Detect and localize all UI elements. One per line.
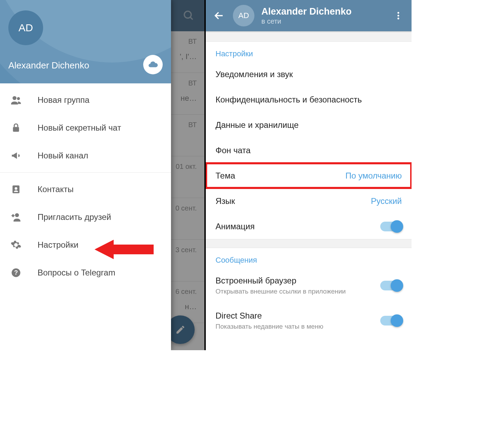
row-animation[interactable]: Анимация [206,214,412,239]
row-label: Анимация [216,222,255,231]
row-builtin-browser[interactable]: Встроенный браузер Открывать внешние ссы… [206,268,412,303]
row-chat-background[interactable]: Фон чата [206,138,412,163]
svg-point-3 [17,97,20,100]
divider [0,172,171,173]
drawer-item-label: Вопросы о Telegram [38,268,115,278]
svg-text:?: ? [14,269,18,276]
row-value: Русский [371,196,402,206]
gear-icon [9,239,23,250]
settings-header: AD Alexander Dichenko в сети [206,0,412,31]
row-value: По умолчанию [346,171,402,181]
help-icon: ? [9,268,23,278]
row-notifications[interactable]: Уведомления и звук [206,62,412,87]
invite-icon [9,211,23,223]
left-screenshot: ВТ', I'… ВТне… ВТ 01 окт. 0 сент. 3 сент… [0,0,206,350]
row-sublabel: Показывать недавние чаты в меню [216,323,323,330]
row-privacy[interactable]: Конфиденциальность и безопасность [206,87,412,112]
svg-point-2 [13,96,16,100]
drawer-item-label: Пригласить друзей [38,212,111,222]
row-sublabel: Открывать внешние ссылки в приложении [216,288,346,295]
drawer-item-label: Новый секретный чат [38,123,121,133]
side-drawer: AD Alexander Dichenko Новая группа Новый… [0,0,171,350]
header-title: Alexander Dichenko [261,6,384,17]
drawer-item-contacts[interactable]: Контакты [0,175,171,203]
drawer-item-new-group[interactable]: Новая группа [0,86,171,114]
row-label: Тема [216,171,235,181]
toggle-on[interactable] [380,281,402,290]
avatar[interactable]: AD [233,5,254,26]
settings-body: Настройки Уведомления и звук Конфиденциа… [206,33,412,338]
drawer-item-new-channel[interactable]: Новый канал [0,142,171,170]
svg-point-13 [397,18,399,19]
svg-point-7 [15,213,19,217]
toggle-on[interactable] [380,222,402,231]
svg-point-11 [397,12,399,14]
svg-point-12 [397,15,399,16]
row-language[interactable]: Язык Русский [206,188,412,214]
drawer-item-secret-chat[interactable]: Новый секретный чат [0,114,171,142]
header-title-block: Alexander Dichenko в сети [261,6,384,25]
drawer-item-label: Контакты [38,184,74,194]
row-data-storage[interactable]: Данные и хранилище [206,112,412,138]
drawer-username: Alexander Dichenko [8,60,89,71]
section-title-settings: Настройки [206,42,412,62]
right-screenshot: AD Alexander Dichenko в сети Настройки У… [206,0,412,350]
drawer-item-faq[interactable]: ? Вопросы о Telegram [0,259,171,287]
more-icon[interactable] [391,11,405,20]
back-icon[interactable] [212,10,226,21]
toggle-on[interactable] [380,316,402,326]
header-status: в сети [261,17,384,25]
drawer-item-invite[interactable]: Пригласить друзей [0,203,171,231]
lock-icon [9,123,23,133]
drawer-item-label: Новая группа [38,95,89,105]
drawer-item-label: Настройки [38,240,79,250]
svg-point-6 [15,187,17,190]
svg-rect-4 [13,127,19,132]
cloud-icon[interactable] [143,55,163,74]
megaphone-icon [9,150,23,161]
drawer-item-settings[interactable]: Настройки [0,231,171,259]
avatar[interactable]: AD [8,10,43,45]
row-theme[interactable]: Тема По умолчанию [206,163,412,188]
drawer-list: Новая группа Новый секретный чат Новый к… [0,83,171,350]
row-label: Язык [216,196,235,206]
settings-section: Настройки Уведомления и звук Конфиденциа… [206,42,412,239]
section-title-messages: Сообщения [206,248,412,268]
row-label: Встроенный браузер [216,276,346,286]
group-icon [9,94,23,106]
row-label: Direct Share [216,311,323,321]
contacts-icon [9,184,23,195]
drawer-item-label: Новый канал [38,151,88,160]
messages-section: Сообщения Встроенный браузер Открывать в… [206,248,412,338]
row-direct-share[interactable]: Direct Share Показывать недавние чаты в … [206,303,412,338]
drawer-header: AD Alexander Dichenko [0,0,171,83]
